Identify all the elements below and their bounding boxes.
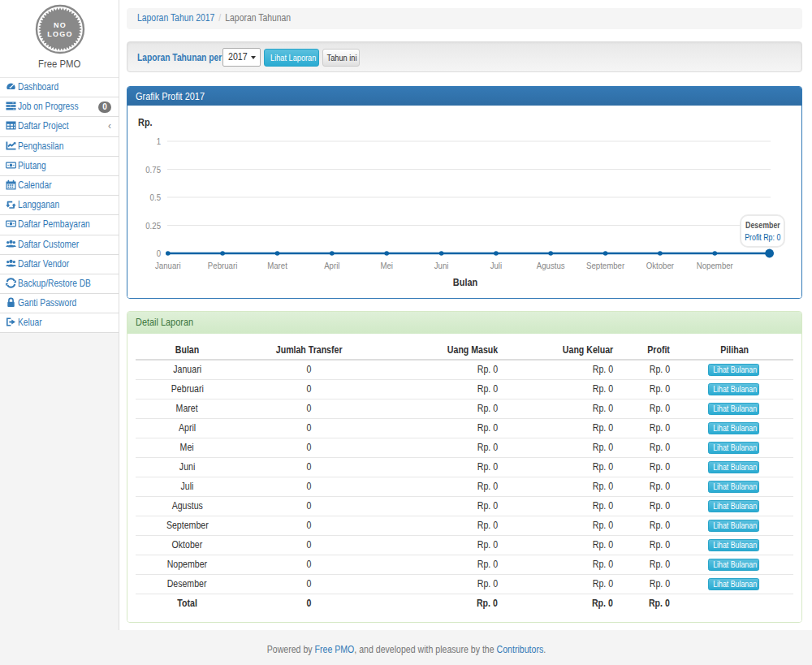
svg-text:0.75: 0.75: [145, 164, 161, 175]
svg-text:Januari: Januari: [155, 260, 181, 270]
svg-text:0.25: 0.25: [145, 220, 161, 231]
svg-text:Bulan: Bulan: [453, 276, 477, 288]
svg-text:Pebruari: Pebruari: [208, 260, 237, 270]
svg-text:0.5: 0.5: [150, 192, 162, 202]
svg-text:Juli: Juli: [490, 260, 502, 270]
svg-text:Maret: Maret: [267, 260, 287, 270]
svg-text:0: 0: [157, 248, 161, 258]
svg-text:Mei: Mei: [380, 260, 393, 270]
svg-text:September: September: [586, 260, 625, 270]
svg-text:April: April: [324, 260, 339, 270]
svg-text:LOGO: LOGO: [47, 30, 72, 38]
svg-text:Oktober: Oktober: [646, 260, 675, 270]
svg-text:Juni: Juni: [434, 260, 449, 270]
svg-text:Nopember: Nopember: [697, 260, 733, 270]
svg-text:NO: NO: [54, 21, 67, 29]
svg-text:Agustus: Agustus: [537, 260, 565, 270]
svg-text:1: 1: [157, 136, 161, 146]
